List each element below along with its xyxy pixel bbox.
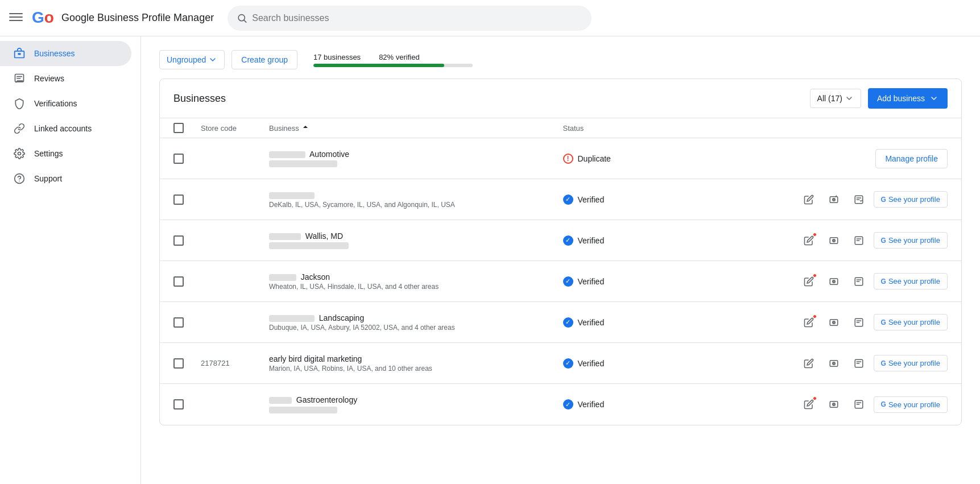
redacted-sub (269, 407, 337, 413)
reviews-icon (14, 73, 25, 84)
add-photo-icon (829, 358, 839, 369)
row-checkbox[interactable] (173, 358, 184, 369)
row-checkbox[interactable] (173, 235, 184, 246)
panel-header: Businesses All (17) Add business (160, 79, 961, 118)
redacted-name-prefix (269, 397, 292, 404)
pencil-icon (804, 358, 814, 369)
see-profile-button[interactable]: G See your profile (874, 355, 948, 371)
row-checkbox[interactable] (173, 154, 184, 164)
sidebar-item-verifications[interactable]: Verifications (0, 91, 131, 116)
row-checkbox[interactable] (173, 399, 184, 409)
row-checkbox[interactable] (173, 317, 184, 328)
app-title: Google Business Profile Manager (61, 12, 214, 24)
business-sub (269, 160, 563, 168)
post-icon (854, 317, 864, 328)
add-photo-button[interactable] (824, 189, 844, 210)
ungrouped-label: Ungrouped (167, 55, 206, 64)
google-g-icon: G (881, 359, 886, 367)
see-profile-button[interactable]: G See your profile (874, 396, 948, 413)
add-business-button[interactable]: Add business (868, 88, 948, 109)
edit-button[interactable] (799, 271, 819, 292)
filter-chevron-icon (845, 94, 854, 103)
see-profile-button[interactable]: G See your profile (874, 232, 948, 249)
svg-rect-2 (9, 20, 23, 21)
main-content: Ungrouped Create group 17 businesses 82%… (141, 36, 980, 439)
create-post-button[interactable] (849, 230, 869, 251)
sidebar-support-label: Support (34, 174, 62, 183)
edit-dot (813, 315, 817, 318)
add-photo-button[interactable] (824, 312, 844, 333)
edit-button[interactable] (799, 230, 819, 251)
see-profile-button[interactable]: G See your profile (874, 273, 948, 289)
edit-dot (813, 274, 817, 278)
row-checkbox[interactable] (173, 195, 184, 205)
business-name: Wallis, MD (269, 231, 563, 241)
topbar: Google Google Business Profile Manager (0, 0, 980, 36)
search-bar (228, 6, 592, 31)
add-photo-button[interactable] (824, 271, 844, 292)
google-g-icon: G (881, 400, 886, 408)
select-all-checkbox[interactable] (173, 123, 184, 133)
business-header[interactable]: Business (269, 124, 563, 133)
business-cell: DeKalb, IL, USA, Sycamore, IL, USA, and … (269, 191, 563, 209)
sidebar-linked-accounts-label: Linked accounts (34, 124, 92, 133)
ungrouped-dropdown[interactable]: Ungrouped (159, 50, 225, 69)
add-photo-icon (829, 276, 839, 287)
business-name (269, 191, 563, 200)
add-photo-icon (829, 317, 839, 328)
edit-button[interactable] (799, 353, 819, 374)
actions-cell: G See your profile (654, 353, 948, 374)
add-photo-button[interactable] (824, 394, 844, 415)
panel-header-actions: All (17) Add business (810, 88, 948, 109)
business-cell: Jackson Wheaton, IL, USA, Hinsdale, IL, … (269, 272, 563, 291)
redacted-name (269, 192, 315, 199)
create-post-button[interactable] (849, 394, 869, 415)
row-checkbox[interactable] (173, 276, 184, 287)
search-input[interactable] (252, 13, 582, 23)
sidebar-item-businesses[interactable]: Businesses (0, 41, 131, 66)
business-sub (269, 406, 563, 413)
create-group-label: Create group (241, 55, 288, 64)
sidebar-businesses-label: Businesses (34, 49, 75, 58)
filter-dropdown[interactable]: All (17) (810, 89, 861, 108)
actions-cell: G See your profile (654, 189, 948, 210)
create-post-button[interactable] (849, 312, 869, 333)
edit-button[interactable] (799, 312, 819, 333)
edit-button[interactable] (799, 189, 819, 210)
redacted-sub (269, 160, 337, 167)
search-icon (237, 13, 247, 24)
status-label: Verified (578, 195, 605, 204)
see-profile-button[interactable]: G See your profile (874, 314, 948, 330)
verified-icon: ✓ (563, 235, 573, 246)
sidebar-item-linked-accounts[interactable]: Linked accounts (0, 116, 131, 141)
business-cell: early bird digital marketing Marion, IA,… (269, 354, 563, 373)
see-profile-button[interactable]: G See your profile (874, 191, 948, 208)
sidebar-item-settings[interactable]: Settings (0, 141, 131, 166)
add-photo-button[interactable] (824, 230, 844, 251)
sidebar-item-reviews[interactable]: Reviews (0, 66, 131, 91)
status-cell: ✓ Verified (563, 317, 654, 328)
create-group-button[interactable]: Create group (231, 50, 297, 69)
create-post-button[interactable] (849, 189, 869, 210)
edit-button[interactable] (799, 394, 819, 415)
status-cell: ✓ Verified (563, 399, 654, 409)
google-g-icon: G (881, 278, 886, 286)
sidebar-verifications-label: Verifications (34, 99, 77, 108)
business-name: Automotive (269, 150, 563, 159)
menu-icon[interactable] (9, 10, 23, 26)
sidebar-item-support[interactable]: Support (0, 166, 131, 191)
status-cell: ✓ Verified (563, 358, 654, 369)
progress-bar (313, 64, 473, 67)
manage-profile-button[interactable]: Manage profile (875, 149, 948, 168)
business-name: Gastroenterology (269, 395, 563, 404)
pencil-icon (804, 235, 814, 246)
add-business-chevron-icon (929, 94, 938, 103)
chevron-down-icon (208, 55, 217, 64)
add-photo-icon (829, 235, 839, 246)
create-post-button[interactable] (849, 271, 869, 292)
create-post-button[interactable] (849, 353, 869, 374)
actions-cell: G See your profile (654, 394, 948, 415)
svg-rect-7 (18, 53, 21, 55)
add-photo-button[interactable] (824, 353, 844, 374)
verified-icon: ✓ (563, 399, 573, 409)
